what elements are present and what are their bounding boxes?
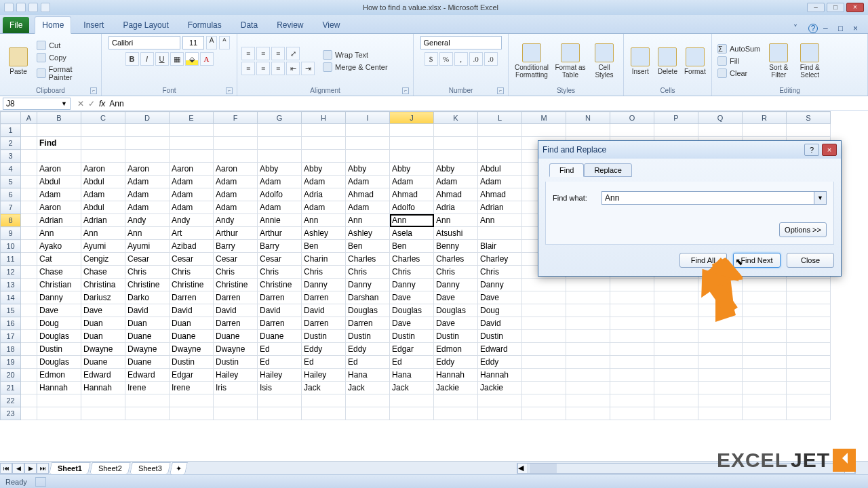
cell[interactable] — [566, 279, 610, 291]
cell[interactable] — [654, 394, 698, 407]
cell[interactable]: Barry — [214, 240, 258, 253]
cell[interactable]: Adrian — [81, 214, 125, 227]
cell[interactable] — [258, 150, 302, 163]
font-name-combo[interactable] — [108, 36, 180, 49]
cell[interactable]: Dave — [434, 291, 478, 304]
cell[interactable] — [258, 394, 302, 407]
cell[interactable] — [698, 394, 743, 407]
cell[interactable]: Adam — [346, 201, 390, 214]
cell[interactable]: Danny — [302, 279, 346, 291]
cell[interactable]: Ann — [302, 214, 346, 227]
cell[interactable]: Adam — [214, 188, 258, 201]
cell[interactable]: Adrian — [37, 214, 81, 227]
column-header[interactable]: I — [346, 112, 390, 124]
cell[interactable] — [522, 394, 566, 407]
orientation-button[interactable]: ⤢ — [286, 47, 300, 60]
cell[interactable]: Chris — [170, 266, 214, 279]
cell[interactable] — [566, 382, 610, 394]
tab-page-layout[interactable]: Page Layout — [116, 17, 175, 33]
cell[interactable] — [21, 407, 37, 420]
cell[interactable]: Doug — [478, 304, 522, 317]
cell[interactable] — [698, 407, 743, 420]
cell[interactable]: Asela — [390, 227, 434, 240]
cell[interactable] — [787, 124, 831, 137]
merge-center-button[interactable]: Merge & Center — [321, 62, 389, 73]
cell[interactable]: Duane — [258, 330, 302, 343]
cell[interactable]: Dave — [434, 317, 478, 330]
cell[interactable] — [434, 407, 478, 420]
cell[interactable]: Charley — [478, 253, 522, 266]
cell[interactable] — [787, 304, 831, 317]
cell[interactable]: Dustin — [170, 356, 214, 369]
column-header[interactable]: D — [125, 112, 170, 124]
row-header[interactable]: 3 — [1, 150, 21, 163]
cell[interactable] — [610, 330, 654, 343]
cell[interactable]: Christina — [81, 279, 125, 291]
cell[interactable] — [522, 330, 566, 343]
cell[interactable] — [258, 137, 302, 150]
find-what-input[interactable] — [601, 191, 814, 205]
sheet-nav-last[interactable]: ⏭ — [37, 463, 49, 474]
cell[interactable]: Ed — [302, 356, 346, 369]
row-header[interactable]: 13 — [1, 279, 21, 291]
cell[interactable] — [21, 330, 37, 343]
cell[interactable]: David — [214, 304, 258, 317]
cell[interactable] — [125, 150, 170, 163]
cell[interactable] — [434, 150, 478, 163]
cell[interactable]: Cesar — [258, 253, 302, 266]
cell[interactable]: Arthur — [258, 227, 302, 240]
column-header[interactable] — [1, 112, 21, 124]
row-header[interactable]: 22 — [1, 394, 21, 407]
minimize-button[interactable]: – — [807, 3, 825, 12]
cell[interactable]: Dustin — [478, 330, 522, 343]
cell[interactable]: Adolfo — [258, 188, 302, 201]
cell[interactable]: Aaron — [125, 163, 170, 176]
cell[interactable]: Darko — [125, 291, 170, 304]
cell[interactable] — [743, 304, 787, 317]
cell[interactable]: Aaron — [37, 163, 81, 176]
find-all-button[interactable]: Find All — [679, 253, 727, 268]
cell[interactable] — [21, 369, 37, 382]
cell[interactable] — [170, 124, 214, 137]
cell[interactable] — [522, 291, 566, 304]
cell[interactable] — [125, 394, 170, 407]
cell[interactable]: Ed — [258, 356, 302, 369]
cell[interactable]: Eddy — [434, 356, 478, 369]
cell[interactable] — [654, 407, 698, 420]
cell[interactable] — [125, 124, 170, 137]
macro-record-icon[interactable] — [35, 477, 46, 487]
paste-button[interactable]: Paste — [4, 47, 33, 75]
cell[interactable] — [214, 124, 258, 137]
cell[interactable]: Adam — [125, 188, 170, 201]
cell[interactable]: Dariusz — [81, 291, 125, 304]
cell[interactable] — [390, 137, 434, 150]
cell[interactable]: Hannah — [37, 382, 81, 394]
cell[interactable]: Danny — [434, 279, 478, 291]
cell[interactable] — [654, 356, 698, 369]
cell[interactable]: Dustin — [434, 330, 478, 343]
cell[interactable]: Charin — [302, 253, 346, 266]
align-bottom-button[interactable]: ≡ — [271, 47, 285, 60]
cell[interactable] — [743, 317, 787, 330]
row-header[interactable]: 2 — [1, 137, 21, 150]
cell[interactable] — [787, 369, 831, 382]
doc-close-button[interactable]: × — [853, 24, 863, 33]
cell[interactable]: Annie — [258, 214, 302, 227]
cell[interactable]: Ed — [258, 343, 302, 356]
cell[interactable]: Duane — [170, 330, 214, 343]
cell[interactable]: Adam — [390, 176, 434, 188]
cell[interactable]: Darren — [346, 317, 390, 330]
cell[interactable]: Adam — [434, 176, 478, 188]
cell[interactable] — [21, 214, 37, 227]
scroll-thumb[interactable] — [530, 464, 557, 473]
format-as-table-button[interactable]: Format as Table — [553, 43, 587, 79]
maximize-button[interactable]: □ — [827, 3, 844, 12]
cell[interactable] — [743, 369, 787, 382]
cell[interactable] — [654, 330, 698, 343]
cell[interactable] — [214, 394, 258, 407]
cell[interactable]: Abby — [434, 163, 478, 176]
cell[interactable] — [478, 394, 522, 407]
cell[interactable]: Atsushi — [434, 227, 478, 240]
enter-icon[interactable]: ✓ — [88, 99, 95, 108]
cell[interactable]: Chris — [302, 266, 346, 279]
